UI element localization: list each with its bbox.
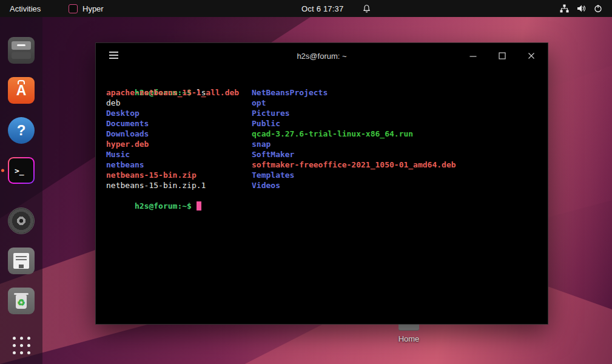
files-icon-handle [17, 44, 25, 46]
clock-label: Oct 6 17:37 [301, 4, 343, 13]
trash-icon: ♻ [8, 288, 35, 314]
ls-row: debopt [106, 98, 548, 108]
dock-item-trash[interactable]: ♻ [7, 286, 36, 315]
ls-row: netbeanssoftmaker-freeoffice-2021_1050-0… [106, 160, 548, 170]
ls-entry: softmaker-freeoffice-2021_1050-01_amd64.… [252, 160, 456, 170]
ubuntu-software-icon: A [8, 77, 35, 104]
shell-prompt: h2s@forum:~$ [135, 201, 192, 211]
dock-item-app-grid[interactable] [7, 335, 36, 356]
floppy-shutter [19, 265, 24, 268]
recycle-symbol: ♻ [17, 297, 25, 308]
files-icon [8, 37, 35, 64]
floppy-label-line [16, 256, 27, 257]
ls-entry: qcad-3.27.6-trial-linux-x86_64.run [252, 129, 413, 139]
ls-entry: netbeans-15-bin.zip.1 [106, 180, 252, 190]
terminal-body[interactable]: h2s@forum:~$ls apache-netbeans_15-1_all.… [96, 69, 548, 201]
network-icon [560, 4, 569, 13]
files-icon-lower-drawer [12, 52, 31, 59]
notification-bell-icon [363, 0, 371, 17]
dock-item-floppy[interactable] [7, 246, 36, 275]
ls-entry: Music [106, 149, 252, 160]
terminal-prompt-glyph: >_ [15, 166, 24, 175]
dock-item-files[interactable] [7, 36, 36, 65]
ls-entry: Videos [252, 180, 280, 190]
ls-entry: SoftMaker [252, 149, 294, 160]
ls-entry: Documents [106, 118, 252, 129]
command-line: h2s@forum:~$ls [106, 77, 548, 87]
ls-entry: Desktop [106, 108, 252, 118]
ls-entry: deb [106, 98, 252, 108]
focused-app-name: Hyper [82, 4, 104, 13]
app-grid-icon [13, 337, 30, 354]
dock-item-disc[interactable] [7, 206, 36, 235]
dock-item-help[interactable]: ? [7, 116, 36, 145]
running-indicator-dot [1, 169, 4, 172]
dock-item-ubuntu-software[interactable]: A [7, 76, 36, 105]
home-icon-label: Home [391, 334, 426, 343]
focused-app-menu[interactable]: Hyper [69, 0, 104, 17]
ls-row: MusicSoftMaker [106, 149, 548, 160]
ls-row: hyper.debsnap [106, 139, 548, 149]
clock-button[interactable]: Oct 6 17:37 [301, 0, 343, 17]
question-mark-glyph: ? [17, 122, 26, 139]
maximize-button[interactable] [497, 50, 508, 61]
floppy-label-line [16, 259, 27, 260]
floppy-disk-icon [8, 248, 35, 274]
ls-row: DocumentsPublic [106, 118, 548, 129]
ls-row: netbeans-15-bin.zipTemplates [106, 170, 548, 180]
dock: A ? >_ ♻ [0, 17, 42, 364]
ls-entry: Templates [252, 170, 294, 180]
minimize-button[interactable] [468, 50, 479, 61]
ls-entry: opt [252, 98, 266, 108]
ls-entry: Downloads [106, 129, 252, 139]
ls-entry: Public [252, 118, 280, 129]
ls-entry: apache-netbeans_15-1_all.deb [106, 87, 252, 98]
ls-entry: hyper.deb [106, 139, 252, 149]
ls-entry: netbeans-15-bin.zip [106, 170, 252, 180]
ls-output: apache-netbeans_15-1_all.debNetBeansProj… [106, 87, 548, 190]
activities-button[interactable]: Activities [10, 0, 41, 17]
ls-row: apache-netbeans_15-1_all.debNetBeansProj… [106, 87, 548, 98]
ls-entry: snap [252, 139, 271, 149]
hyper-terminal-icon: >_ [8, 157, 35, 184]
terminal-window: h2s@forum: ~ h2s@forum:~$ls apache-netbe… [95, 42, 548, 325]
ls-row: DesktopPictures [106, 108, 548, 118]
ls-entry: Pictures [252, 108, 290, 118]
window-controls [468, 43, 537, 69]
terminal-titlebar[interactable]: h2s@forum: ~ [96, 43, 548, 69]
ls-row: Downloadsqcad-3.27.6-trial-linux-x86_64.… [106, 129, 548, 139]
terminal-cursor [197, 201, 201, 211]
ls-entry: netbeans [106, 160, 252, 170]
disc-icon [8, 207, 35, 234]
current-prompt-line: h2s@forum:~$ [106, 190, 548, 201]
close-button[interactable] [526, 50, 537, 61]
ls-entry: NetBeansProjects [252, 87, 328, 98]
software-letter: A [8, 83, 35, 99]
help-icon: ? [8, 117, 35, 144]
power-icon [594, 4, 602, 13]
volume-icon [577, 4, 586, 13]
system-status-area[interactable] [560, 0, 602, 17]
ls-row: netbeans-15-bin.zip.1Videos [106, 180, 548, 190]
terminal-title: h2s@forum: ~ [297, 52, 346, 61]
top-bar: Activities Hyper Oct 6 17:37 [0, 0, 612, 17]
dock-item-hyper[interactable]: >_ [7, 156, 36, 185]
hyper-app-icon [69, 4, 78, 13]
menu-icon[interactable] [109, 52, 118, 61]
